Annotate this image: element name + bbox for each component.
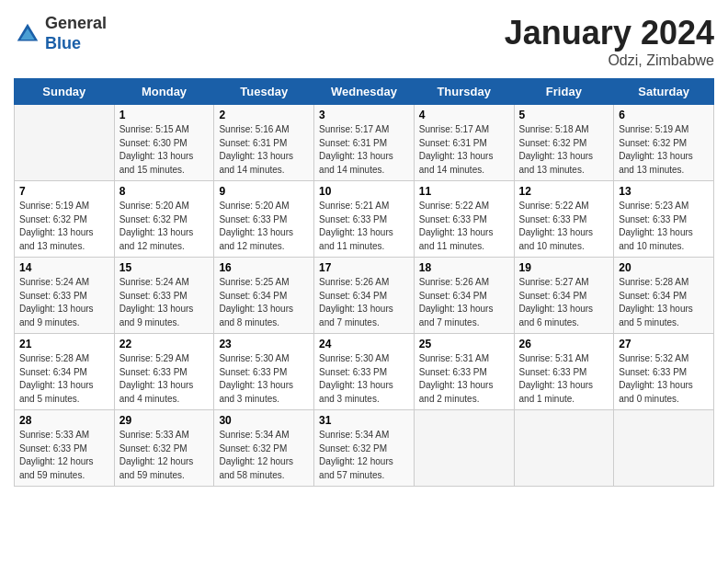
day-info: Sunrise: 5:29 AM Sunset: 6:33 PM Dayligh… xyxy=(119,352,210,406)
day-number: 25 xyxy=(419,338,509,350)
title-block: January 2024 Odzi, Zimbabwe xyxy=(505,14,714,69)
day-number: 24 xyxy=(319,338,409,350)
day-number: 11 xyxy=(419,185,509,198)
day-number: 10 xyxy=(319,185,409,198)
calendar-week-row: 1Sunrise: 5:15 AM Sunset: 6:30 PM Daylig… xyxy=(15,105,714,181)
logo: General Blue xyxy=(14,14,107,53)
day-info: Sunrise: 5:16 AM Sunset: 6:31 PM Dayligh… xyxy=(219,123,309,177)
day-header: Saturday xyxy=(614,79,714,105)
day-info: Sunrise: 5:20 AM Sunset: 6:33 PM Dayligh… xyxy=(219,200,309,253)
calendar-day-cell xyxy=(15,105,115,181)
day-header: Tuesday xyxy=(214,79,314,105)
calendar-day-cell: 23Sunrise: 5:30 AM Sunset: 6:33 PM Dayli… xyxy=(214,334,314,410)
day-number: 26 xyxy=(519,338,609,350)
calendar-day-cell: 4Sunrise: 5:17 AM Sunset: 6:31 PM Daylig… xyxy=(414,105,514,181)
calendar-day-cell: 3Sunrise: 5:17 AM Sunset: 6:31 PM Daylig… xyxy=(314,105,415,181)
day-info: Sunrise: 5:20 AM Sunset: 6:32 PM Dayligh… xyxy=(119,200,210,253)
day-info: Sunrise: 5:26 AM Sunset: 6:34 PM Dayligh… xyxy=(419,276,509,329)
day-number: 4 xyxy=(419,109,509,121)
day-info: Sunrise: 5:32 AM Sunset: 6:33 PM Dayligh… xyxy=(619,352,709,406)
day-number: 18 xyxy=(419,261,509,274)
page-header: General Blue January 2024 Odzi, Zimbabwe xyxy=(14,14,714,69)
day-header: Sunday xyxy=(15,79,115,105)
day-info: Sunrise: 5:24 AM Sunset: 6:33 PM Dayligh… xyxy=(119,276,210,329)
day-number: 3 xyxy=(319,109,409,121)
day-info: Sunrise: 5:19 AM Sunset: 6:32 PM Dayligh… xyxy=(19,200,109,253)
calendar-day-cell: 9Sunrise: 5:20 AM Sunset: 6:33 PM Daylig… xyxy=(214,181,314,258)
day-info: Sunrise: 5:28 AM Sunset: 6:34 PM Dayligh… xyxy=(19,352,109,406)
day-info: Sunrise: 5:33 AM Sunset: 6:32 PM Dayligh… xyxy=(119,429,210,482)
day-number: 28 xyxy=(19,414,109,427)
header-row: SundayMondayTuesdayWednesdayThursdayFrid… xyxy=(15,79,714,105)
calendar-day-cell: 1Sunrise: 5:15 AM Sunset: 6:30 PM Daylig… xyxy=(114,105,214,181)
day-info: Sunrise: 5:31 AM Sunset: 6:33 PM Dayligh… xyxy=(519,352,609,406)
day-number: 31 xyxy=(319,414,409,427)
day-number: 1 xyxy=(119,109,210,121)
day-info: Sunrise: 5:31 AM Sunset: 6:33 PM Dayligh… xyxy=(419,352,509,406)
calendar-day-cell: 14Sunrise: 5:24 AM Sunset: 6:33 PM Dayli… xyxy=(15,258,115,334)
calendar-day-cell: 24Sunrise: 5:30 AM Sunset: 6:33 PM Dayli… xyxy=(314,334,415,410)
day-info: Sunrise: 5:34 AM Sunset: 6:32 PM Dayligh… xyxy=(319,429,409,482)
day-header: Monday xyxy=(114,79,214,105)
day-number: 21 xyxy=(19,338,109,350)
day-info: Sunrise: 5:17 AM Sunset: 6:31 PM Dayligh… xyxy=(419,123,509,177)
calendar-day-cell xyxy=(414,410,514,487)
calendar-week-row: 7Sunrise: 5:19 AM Sunset: 6:32 PM Daylig… xyxy=(15,181,714,258)
day-info: Sunrise: 5:27 AM Sunset: 6:34 PM Dayligh… xyxy=(519,276,609,329)
day-info: Sunrise: 5:30 AM Sunset: 6:33 PM Dayligh… xyxy=(319,352,409,406)
calendar-day-cell xyxy=(514,410,614,487)
day-number: 7 xyxy=(19,185,109,198)
day-info: Sunrise: 5:22 AM Sunset: 6:33 PM Dayligh… xyxy=(419,200,509,253)
calendar-day-cell: 28Sunrise: 5:33 AM Sunset: 6:33 PM Dayli… xyxy=(15,410,115,487)
day-number: 9 xyxy=(219,185,309,198)
calendar-day-cell: 10Sunrise: 5:21 AM Sunset: 6:33 PM Dayli… xyxy=(314,181,415,258)
calendar-day-cell: 11Sunrise: 5:22 AM Sunset: 6:33 PM Dayli… xyxy=(414,181,514,258)
calendar-day-cell: 17Sunrise: 5:26 AM Sunset: 6:34 PM Dayli… xyxy=(314,258,415,334)
day-number: 16 xyxy=(219,261,309,274)
calendar-day-cell xyxy=(614,410,714,487)
calendar-day-cell: 5Sunrise: 5:18 AM Sunset: 6:32 PM Daylig… xyxy=(514,105,614,181)
calendar-day-cell: 25Sunrise: 5:31 AM Sunset: 6:33 PM Dayli… xyxy=(414,334,514,410)
day-info: Sunrise: 5:22 AM Sunset: 6:33 PM Dayligh… xyxy=(519,200,609,253)
day-info: Sunrise: 5:23 AM Sunset: 6:33 PM Dayligh… xyxy=(619,200,709,253)
calendar-day-cell: 20Sunrise: 5:28 AM Sunset: 6:34 PM Dayli… xyxy=(614,258,714,334)
calendar-week-row: 28Sunrise: 5:33 AM Sunset: 6:33 PM Dayli… xyxy=(15,410,714,487)
day-info: Sunrise: 5:24 AM Sunset: 6:33 PM Dayligh… xyxy=(19,276,109,329)
calendar-day-cell: 22Sunrise: 5:29 AM Sunset: 6:33 PM Dayli… xyxy=(114,334,214,410)
day-header: Wednesday xyxy=(314,79,415,105)
location-subtitle: Odzi, Zimbabwe xyxy=(505,52,714,69)
day-header: Friday xyxy=(514,79,614,105)
day-number: 8 xyxy=(119,185,210,198)
day-info: Sunrise: 5:33 AM Sunset: 6:33 PM Dayligh… xyxy=(19,429,109,482)
calendar-day-cell: 30Sunrise: 5:34 AM Sunset: 6:32 PM Dayli… xyxy=(214,410,314,487)
calendar-table: SundayMondayTuesdayWednesdayThursdayFrid… xyxy=(14,78,714,487)
day-info: Sunrise: 5:26 AM Sunset: 6:34 PM Dayligh… xyxy=(319,276,409,329)
day-number: 5 xyxy=(519,109,609,121)
day-info: Sunrise: 5:25 AM Sunset: 6:34 PM Dayligh… xyxy=(219,276,309,329)
day-number: 19 xyxy=(519,261,609,274)
day-number: 30 xyxy=(219,414,309,427)
day-number: 6 xyxy=(619,109,709,121)
day-number: 22 xyxy=(119,338,210,350)
calendar-day-cell: 26Sunrise: 5:31 AM Sunset: 6:33 PM Dayli… xyxy=(514,334,614,410)
calendar-header: SundayMondayTuesdayWednesdayThursdayFrid… xyxy=(15,79,714,105)
calendar-day-cell: 21Sunrise: 5:28 AM Sunset: 6:34 PM Dayli… xyxy=(15,334,115,410)
calendar-day-cell: 18Sunrise: 5:26 AM Sunset: 6:34 PM Dayli… xyxy=(414,258,514,334)
day-info: Sunrise: 5:30 AM Sunset: 6:33 PM Dayligh… xyxy=(219,352,309,406)
calendar-day-cell: 6Sunrise: 5:19 AM Sunset: 6:32 PM Daylig… xyxy=(614,105,714,181)
calendar-day-cell: 12Sunrise: 5:22 AM Sunset: 6:33 PM Dayli… xyxy=(514,181,614,258)
logo-blue: Blue xyxy=(45,34,81,52)
day-info: Sunrise: 5:28 AM Sunset: 6:34 PM Dayligh… xyxy=(619,276,709,329)
day-info: Sunrise: 5:34 AM Sunset: 6:32 PM Dayligh… xyxy=(219,429,309,482)
calendar-day-cell: 31Sunrise: 5:34 AM Sunset: 6:32 PM Dayli… xyxy=(314,410,415,487)
calendar-week-row: 14Sunrise: 5:24 AM Sunset: 6:33 PM Dayli… xyxy=(15,258,714,334)
day-header: Thursday xyxy=(414,79,514,105)
day-number: 23 xyxy=(219,338,309,350)
day-info: Sunrise: 5:18 AM Sunset: 6:32 PM Dayligh… xyxy=(519,123,609,177)
calendar-day-cell: 8Sunrise: 5:20 AM Sunset: 6:32 PM Daylig… xyxy=(114,181,214,258)
day-info: Sunrise: 5:21 AM Sunset: 6:33 PM Dayligh… xyxy=(319,200,409,253)
day-number: 20 xyxy=(619,261,709,274)
calendar-day-cell: 15Sunrise: 5:24 AM Sunset: 6:33 PM Dayli… xyxy=(114,258,214,334)
calendar-day-cell: 13Sunrise: 5:23 AM Sunset: 6:33 PM Dayli… xyxy=(614,181,714,258)
logo-general: General xyxy=(45,14,107,32)
